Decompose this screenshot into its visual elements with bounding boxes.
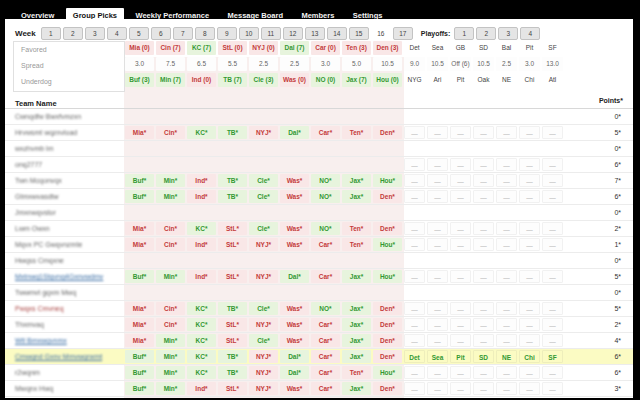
pick-cell: Car* [310, 237, 341, 252]
pick-cell: KC* [186, 301, 217, 316]
empty-pick-dash: — [427, 334, 448, 347]
pick-loss: StL* [218, 382, 247, 395]
week-button-3[interactable]: 3 [85, 27, 105, 40]
empty-pick-dash: — [519, 366, 540, 379]
playoff-pick-cell: — [495, 221, 518, 236]
pick-loss: Ten* [342, 366, 371, 379]
week-button-10[interactable]: 10 [239, 27, 259, 40]
pick-cell: Den* [372, 221, 403, 236]
pick-win: Hou* [373, 270, 402, 283]
table-header: Team Name Points* [5, 94, 633, 109]
playoff-week-button-3[interactable]: 3 [498, 27, 518, 40]
pick-cell: Ten* [341, 125, 372, 140]
member-name-cell: Thxmvaq [5, 317, 124, 332]
pick-loss: NYJ* [249, 366, 278, 379]
member-name: Jmxnwqvstor [15, 205, 56, 220]
pick-loss: Den* [373, 318, 402, 331]
week-button-7[interactable]: 7 [173, 27, 193, 40]
week-button-4[interactable]: 4 [107, 27, 127, 40]
playoff-pick-cell: — [426, 189, 449, 204]
playoff-pick-cell: — [426, 381, 449, 396]
playoff-pick-cell: — [472, 221, 495, 236]
week-button-9[interactable]: 9 [217, 27, 237, 40]
underdog-team: Ind (0) [187, 73, 216, 87]
playoff-pick-cell: NE [495, 349, 518, 364]
table-row: Mqvx PC Gwqvnzmte1*Mia*Cin*Ind*StL*NYJ*W… [5, 237, 633, 253]
playoff-week-button-2[interactable]: 2 [476, 27, 496, 40]
week-button-11[interactable]: 11 [261, 27, 281, 40]
pick-cell: NYJ* [248, 237, 279, 252]
pick-cell: KC* [186, 317, 217, 332]
playoff-pick-cell: — [472, 269, 495, 284]
points-value: 2* [614, 221, 633, 236]
week-button-8[interactable]: 8 [195, 27, 215, 40]
member-name-cell: wxzhvmb lm [5, 141, 124, 156]
pick-win: Min* [156, 350, 185, 363]
points-value: 5* [614, 301, 633, 316]
empty-pick-dash: — [542, 126, 563, 139]
pick-win: Buf* [125, 174, 154, 187]
pick-cell: Min* [155, 189, 186, 204]
playoff-pick-cell: — [449, 381, 472, 396]
pick-cell: StL* [217, 381, 248, 396]
pick-win: Hou* [373, 366, 402, 379]
pick-cell: NYJ* [248, 125, 279, 140]
pick-cell: TB* [217, 173, 248, 188]
playoff-pick-cell: — [472, 157, 495, 172]
pick-cell: Min* [155, 381, 186, 396]
empty-pick-dash: — [496, 222, 517, 235]
week-button-17[interactable]: 17 [393, 27, 413, 40]
underdog-team: Min (7) [156, 73, 185, 87]
week-button-15[interactable]: 15 [349, 27, 369, 40]
playoff-pick-cell: — [541, 157, 564, 172]
playoff-pick-cell: — [495, 317, 518, 332]
week-button-6[interactable]: 6 [151, 27, 171, 40]
member-name[interactable]: Wtl Bmxwqvnmx [15, 333, 67, 348]
empty-pick-dash: — [473, 222, 494, 235]
week-button-14[interactable]: 14 [327, 27, 347, 40]
week-button-2[interactable]: 2 [63, 27, 83, 40]
underdog-team: Atl [542, 73, 563, 87]
pick-loss: Ten* [342, 222, 371, 235]
empty-pick-dash: — [404, 270, 425, 283]
playoff-pick-cell: — [541, 173, 564, 188]
week-button-13[interactable]: 13 [305, 27, 325, 40]
table-row: Twwmvt gqxm Mwq0* [5, 285, 633, 301]
member-name[interactable]: Cmwqnd Gxnv Mmvwqnxmt [15, 349, 102, 364]
playoff-pick-cell: — [449, 125, 472, 140]
playoff-game-column-6: Pit3.0Chi [518, 40, 541, 89]
pick-cell: Ind* [186, 237, 217, 252]
pick-cell: KC* [186, 333, 217, 348]
favored-team: Ten (3) [342, 41, 371, 55]
empty-pick-dash: — [496, 334, 517, 347]
pick-cell: Buf* [124, 189, 155, 204]
pick-loss: Car* [311, 366, 340, 379]
empty-pick-dash: — [519, 158, 540, 171]
playoff-week-button-1[interactable]: 1 [454, 27, 474, 40]
underdog-team: Buf (3) [125, 73, 154, 87]
favored-team: Car (0) [311, 41, 340, 55]
table-row: Cmwqnd Gxnv Mmvwqnxmt6*Buf*Min*KC*TB*NYJ… [5, 349, 633, 365]
member-name[interactable]: Mxtnwq1Stqvng4Gxnvwdmv [15, 269, 103, 284]
member-name-cell: Lwm Owxn [5, 221, 124, 236]
empty-pick-dash: — [519, 270, 540, 283]
empty-pick-dash: — [496, 174, 517, 187]
playoff-pick-cell: — [426, 269, 449, 284]
week-button-1[interactable]: 1 [41, 27, 61, 40]
pick-cell: Den* [372, 125, 403, 140]
member-name-cell: Cmwqnd Gxnv Mmvwqnxmt [5, 349, 124, 364]
pick-cell: Dal* [279, 349, 310, 364]
playoff-week-button-4[interactable]: 4 [520, 27, 540, 40]
pick-win: KC* [187, 334, 216, 347]
playoff-pick-cell: — [541, 189, 564, 204]
pick-win: Jax* [342, 350, 371, 363]
week-button-12[interactable]: 12 [283, 27, 303, 40]
empty-pick-dash: — [404, 174, 425, 187]
playoff-pick-cell: — [449, 221, 472, 236]
pick-cell: Buf* [124, 173, 155, 188]
pick-win: NO* [311, 174, 340, 187]
pick-win: KC* [187, 318, 216, 331]
week-button-5[interactable]: 5 [129, 27, 149, 40]
week-button-16[interactable]: 16 [371, 27, 391, 40]
member-name: Cwnqdfw Bwxfvmzxn [15, 109, 81, 124]
